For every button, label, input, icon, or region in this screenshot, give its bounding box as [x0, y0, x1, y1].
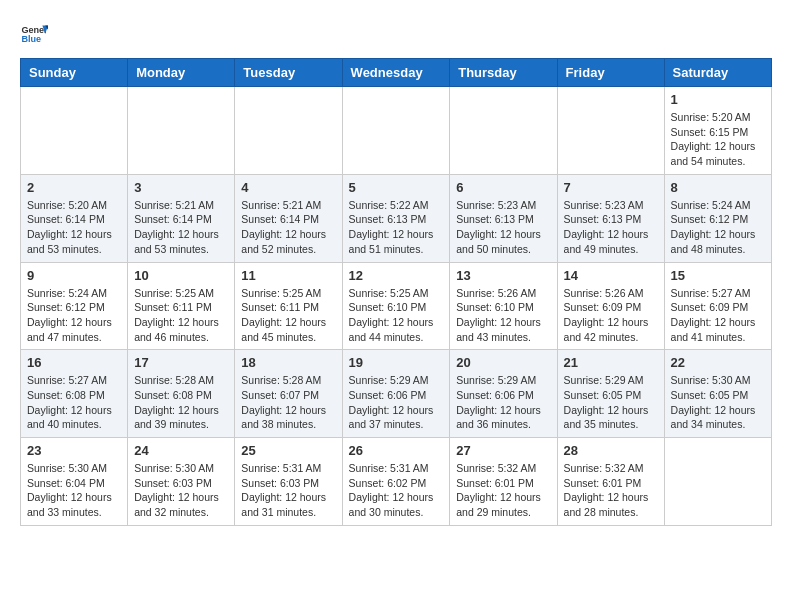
calendar-day-header: Saturday: [664, 59, 771, 87]
day-info: Sunrise: 5:25 AM Sunset: 6:11 PM Dayligh…: [241, 286, 335, 345]
calendar-day-cell: 2Sunrise: 5:20 AM Sunset: 6:14 PM Daylig…: [21, 174, 128, 262]
day-info: Sunrise: 5:28 AM Sunset: 6:07 PM Dayligh…: [241, 373, 335, 432]
calendar-table: SundayMondayTuesdayWednesdayThursdayFrid…: [20, 58, 772, 526]
day-info: Sunrise: 5:32 AM Sunset: 6:01 PM Dayligh…: [564, 461, 658, 520]
calendar-day-cell: 14Sunrise: 5:26 AM Sunset: 6:09 PM Dayli…: [557, 262, 664, 350]
calendar-day-cell: 4Sunrise: 5:21 AM Sunset: 6:14 PM Daylig…: [235, 174, 342, 262]
calendar-week-row: 2Sunrise: 5:20 AM Sunset: 6:14 PM Daylig…: [21, 174, 772, 262]
day-info: Sunrise: 5:29 AM Sunset: 6:06 PM Dayligh…: [349, 373, 444, 432]
calendar-day-header: Tuesday: [235, 59, 342, 87]
page-header: General Blue: [20, 20, 772, 48]
day-number: 5: [349, 180, 444, 195]
calendar-day-cell: 21Sunrise: 5:29 AM Sunset: 6:05 PM Dayli…: [557, 350, 664, 438]
day-number: 15: [671, 268, 765, 283]
day-number: 7: [564, 180, 658, 195]
day-number: 20: [456, 355, 550, 370]
day-info: Sunrise: 5:20 AM Sunset: 6:14 PM Dayligh…: [27, 198, 121, 257]
calendar-week-row: 16Sunrise: 5:27 AM Sunset: 6:08 PM Dayli…: [21, 350, 772, 438]
day-number: 8: [671, 180, 765, 195]
day-info: Sunrise: 5:21 AM Sunset: 6:14 PM Dayligh…: [241, 198, 335, 257]
calendar-day-header: Monday: [128, 59, 235, 87]
day-number: 2: [27, 180, 121, 195]
calendar-day-cell: 3Sunrise: 5:21 AM Sunset: 6:14 PM Daylig…: [128, 174, 235, 262]
day-info: Sunrise: 5:31 AM Sunset: 6:03 PM Dayligh…: [241, 461, 335, 520]
calendar-day-cell: [342, 87, 450, 175]
day-number: 9: [27, 268, 121, 283]
calendar-day-cell: 13Sunrise: 5:26 AM Sunset: 6:10 PM Dayli…: [450, 262, 557, 350]
calendar-day-cell: [235, 87, 342, 175]
day-number: 16: [27, 355, 121, 370]
calendar-day-cell: 11Sunrise: 5:25 AM Sunset: 6:11 PM Dayli…: [235, 262, 342, 350]
calendar-day-cell: 8Sunrise: 5:24 AM Sunset: 6:12 PM Daylig…: [664, 174, 771, 262]
day-info: Sunrise: 5:32 AM Sunset: 6:01 PM Dayligh…: [456, 461, 550, 520]
calendar-day-header: Wednesday: [342, 59, 450, 87]
day-number: 11: [241, 268, 335, 283]
day-info: Sunrise: 5:20 AM Sunset: 6:15 PM Dayligh…: [671, 110, 765, 169]
svg-text:Blue: Blue: [21, 34, 41, 44]
calendar-day-cell: [557, 87, 664, 175]
day-info: Sunrise: 5:23 AM Sunset: 6:13 PM Dayligh…: [564, 198, 658, 257]
day-number: 21: [564, 355, 658, 370]
calendar-day-cell: 9Sunrise: 5:24 AM Sunset: 6:12 PM Daylig…: [21, 262, 128, 350]
day-number: 18: [241, 355, 335, 370]
day-info: Sunrise: 5:30 AM Sunset: 6:05 PM Dayligh…: [671, 373, 765, 432]
day-info: Sunrise: 5:30 AM Sunset: 6:04 PM Dayligh…: [27, 461, 121, 520]
calendar-day-cell: 26Sunrise: 5:31 AM Sunset: 6:02 PM Dayli…: [342, 438, 450, 526]
day-number: 24: [134, 443, 228, 458]
calendar-day-cell: 7Sunrise: 5:23 AM Sunset: 6:13 PM Daylig…: [557, 174, 664, 262]
calendar-week-row: 1Sunrise: 5:20 AM Sunset: 6:15 PM Daylig…: [21, 87, 772, 175]
calendar-day-cell: 1Sunrise: 5:20 AM Sunset: 6:15 PM Daylig…: [664, 87, 771, 175]
day-number: 6: [456, 180, 550, 195]
calendar-day-cell: 10Sunrise: 5:25 AM Sunset: 6:11 PM Dayli…: [128, 262, 235, 350]
logo-icon: General Blue: [20, 20, 48, 48]
day-info: Sunrise: 5:22 AM Sunset: 6:13 PM Dayligh…: [349, 198, 444, 257]
logo: General Blue: [20, 20, 48, 48]
day-info: Sunrise: 5:27 AM Sunset: 6:09 PM Dayligh…: [671, 286, 765, 345]
day-info: Sunrise: 5:29 AM Sunset: 6:05 PM Dayligh…: [564, 373, 658, 432]
calendar-day-cell: 16Sunrise: 5:27 AM Sunset: 6:08 PM Dayli…: [21, 350, 128, 438]
day-info: Sunrise: 5:27 AM Sunset: 6:08 PM Dayligh…: [27, 373, 121, 432]
day-info: Sunrise: 5:29 AM Sunset: 6:06 PM Dayligh…: [456, 373, 550, 432]
day-number: 13: [456, 268, 550, 283]
calendar-week-row: 23Sunrise: 5:30 AM Sunset: 6:04 PM Dayli…: [21, 438, 772, 526]
day-info: Sunrise: 5:21 AM Sunset: 6:14 PM Dayligh…: [134, 198, 228, 257]
day-number: 25: [241, 443, 335, 458]
day-number: 17: [134, 355, 228, 370]
day-info: Sunrise: 5:31 AM Sunset: 6:02 PM Dayligh…: [349, 461, 444, 520]
day-number: 12: [349, 268, 444, 283]
day-number: 23: [27, 443, 121, 458]
day-info: Sunrise: 5:25 AM Sunset: 6:10 PM Dayligh…: [349, 286, 444, 345]
calendar-day-cell: 19Sunrise: 5:29 AM Sunset: 6:06 PM Dayli…: [342, 350, 450, 438]
calendar-day-cell: 22Sunrise: 5:30 AM Sunset: 6:05 PM Dayli…: [664, 350, 771, 438]
calendar-day-cell: 5Sunrise: 5:22 AM Sunset: 6:13 PM Daylig…: [342, 174, 450, 262]
day-info: Sunrise: 5:28 AM Sunset: 6:08 PM Dayligh…: [134, 373, 228, 432]
day-number: 28: [564, 443, 658, 458]
day-number: 1: [671, 92, 765, 107]
calendar-day-cell: 28Sunrise: 5:32 AM Sunset: 6:01 PM Dayli…: [557, 438, 664, 526]
day-info: Sunrise: 5:23 AM Sunset: 6:13 PM Dayligh…: [456, 198, 550, 257]
calendar-day-cell: 24Sunrise: 5:30 AM Sunset: 6:03 PM Dayli…: [128, 438, 235, 526]
calendar-day-cell: 27Sunrise: 5:32 AM Sunset: 6:01 PM Dayli…: [450, 438, 557, 526]
day-info: Sunrise: 5:26 AM Sunset: 6:09 PM Dayligh…: [564, 286, 658, 345]
calendar-day-cell: [450, 87, 557, 175]
calendar-day-cell: 18Sunrise: 5:28 AM Sunset: 6:07 PM Dayli…: [235, 350, 342, 438]
calendar-day-cell: [664, 438, 771, 526]
calendar-day-cell: 15Sunrise: 5:27 AM Sunset: 6:09 PM Dayli…: [664, 262, 771, 350]
calendar-header-row: SundayMondayTuesdayWednesdayThursdayFrid…: [21, 59, 772, 87]
day-info: Sunrise: 5:26 AM Sunset: 6:10 PM Dayligh…: [456, 286, 550, 345]
calendar-day-cell: [21, 87, 128, 175]
calendar-day-header: Friday: [557, 59, 664, 87]
day-info: Sunrise: 5:25 AM Sunset: 6:11 PM Dayligh…: [134, 286, 228, 345]
calendar-day-cell: [128, 87, 235, 175]
day-number: 14: [564, 268, 658, 283]
day-number: 26: [349, 443, 444, 458]
day-number: 19: [349, 355, 444, 370]
calendar-day-cell: 20Sunrise: 5:29 AM Sunset: 6:06 PM Dayli…: [450, 350, 557, 438]
day-info: Sunrise: 5:30 AM Sunset: 6:03 PM Dayligh…: [134, 461, 228, 520]
day-info: Sunrise: 5:24 AM Sunset: 6:12 PM Dayligh…: [27, 286, 121, 345]
day-number: 3: [134, 180, 228, 195]
day-number: 27: [456, 443, 550, 458]
calendar-day-cell: 12Sunrise: 5:25 AM Sunset: 6:10 PM Dayli…: [342, 262, 450, 350]
day-info: Sunrise: 5:24 AM Sunset: 6:12 PM Dayligh…: [671, 198, 765, 257]
calendar-day-header: Sunday: [21, 59, 128, 87]
